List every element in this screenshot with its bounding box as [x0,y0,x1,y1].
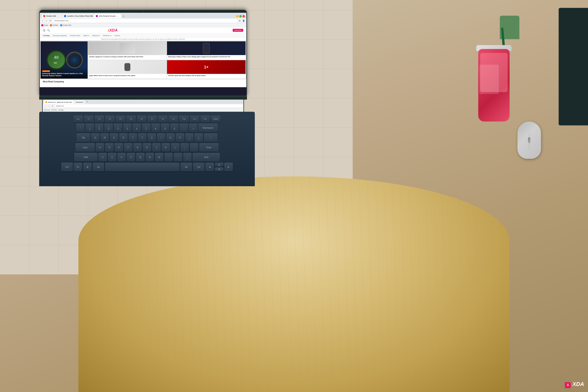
key-f[interactable]: F [124,143,132,152]
key-j[interactable]: J [152,143,161,152]
key-equals[interactable]: += [189,124,198,132]
profile-button[interactable]: 👤 [242,19,245,22]
key-f5[interactable]: F5 [126,116,136,122]
bookmark-best-buy[interactable]: Best Buy [51,109,57,110]
address-bar[interactable]: xda-developers.com [53,19,237,22]
key-y[interactable]: Y [138,133,146,142]
key-arrow-right[interactable]: ► [224,163,233,171]
key-7[interactable]: &7 [142,124,150,132]
key-tab[interactable]: Tab [76,133,90,142]
key-esc[interactable]: Esc [73,116,83,122]
key-arrow-up[interactable]: ▲ [215,163,224,166]
trending-android[interactable]: Android 14 [92,35,100,36]
key-f7[interactable]: F7 [148,116,157,122]
key-tilde[interactable]: ~` [76,124,85,132]
key-d[interactable]: D [114,143,123,152]
key-f2[interactable]: F2 [94,116,104,122]
key-f12[interactable]: F12 [200,116,210,122]
trending-oneplus-open[interactable]: OnePlus Open [70,35,80,36]
new-tab-button[interactable]: + [122,14,126,18]
key-9[interactable]: (9 [161,124,169,132]
key-x[interactable]: X [108,153,116,162]
key-n[interactable]: N [146,153,154,162]
key-f3[interactable]: F3 [105,116,115,122]
article-samsung-flip[interactable]: Samsung's Galaxy Z Flip 5 cover display … [167,41,246,60]
trending-galaxy-watch[interactable]: Watch 6 [83,35,89,36]
key-shift-left[interactable]: Shift [74,153,98,162]
key-0[interactable]: )0 [170,124,179,132]
tab-lunapic[interactable]: LunaPic | Free Online Photo Edit... × [62,14,94,18]
amazon-reload-btn[interactable]: ↻ [51,104,54,108]
key-g[interactable]: G [133,143,142,152]
key-z[interactable]: Z [98,153,107,162]
key-b[interactable]: B [136,153,145,162]
key-w[interactable]: W [100,133,109,142]
key-ctrl-right[interactable]: Ctrl [193,163,204,171]
tab-close-xda[interactable]: × [117,15,119,17]
extensions-button[interactable]: ⊞ [238,19,241,22]
key-arrow-down[interactable]: ▼ [215,168,224,171]
article-galaxy-watch[interactable]: 4000 ⊙ HANDS ON [40,41,88,78]
key-i[interactable]: I [157,133,166,142]
key-s[interactable]: S [105,143,114,152]
key-bracket-left[interactable]: {[ [185,133,194,142]
bookmark-samsung[interactable]: Samsung [44,109,50,110]
key-e[interactable]: E [110,133,118,142]
amazon-tab-active[interactable]: Amazon.com - galaxy tab s9 ultra cases [44,100,74,104]
trending-windows[interactable]: Windows 11 [103,35,112,36]
window-minimize[interactable] [236,15,238,18]
key-backspace[interactable]: Backspace [198,124,218,132]
key-delete[interactable]: Delete [211,116,221,122]
amazon-new-tab-button[interactable]: + [85,100,90,104]
key-2[interactable]: @2 [95,124,104,132]
key-semicolon[interactable]: :; [180,143,189,152]
key-win[interactable]: ⊞ [83,163,92,171]
key-f4[interactable]: F4 [116,116,126,122]
key-f11[interactable]: F11 [190,116,200,122]
key-q[interactable]: Q [91,133,100,142]
key-t[interactable]: T [128,133,137,142]
key-6[interactable]: ^6 [132,124,141,132]
key-comma[interactable]: <, [164,153,173,162]
bookmark-emails-cms[interactable]: Emails CMS [60,24,71,26]
back-button[interactable]: ‹ [41,19,44,22]
window-close[interactable] [242,15,245,18]
trending-forums[interactable]: Forums [115,35,120,36]
amazon-tab-2[interactable]: Accessories [74,100,85,104]
key-a[interactable]: A [96,143,104,152]
key-c[interactable]: C [117,153,126,162]
key-ctrl-left[interactable]: Ctrl [61,163,73,171]
bookmark-airtable[interactable]: AirTable [50,24,58,26]
key-v[interactable]: V [126,153,135,162]
key-h[interactable]: H [143,143,151,152]
key-bracket-right[interactable]: }] [194,133,203,142]
key-f9[interactable]: F9 [168,116,178,122]
key-r[interactable]: R [119,133,128,142]
key-u[interactable]: U [148,133,156,142]
key-quote[interactable]: "' [190,143,198,152]
key-slash[interactable]: ?/ [183,153,192,162]
key-arrow-left[interactable]: ◄ [206,163,214,171]
key-backslash[interactable]: |\ [204,133,218,142]
newsletter-button[interactable]: Newsletter [233,29,243,32]
key-3[interactable]: #3 [104,124,113,132]
key-caps[interactable]: Caps [75,143,95,152]
key-minus[interactable]: _- [180,124,188,132]
article-oneplus[interactable]: 1+ OnePlus Open has been delayed, but fo… [167,60,246,78]
trending-samsung-unpacked[interactable]: Samsung Unpacked [53,35,67,36]
key-o[interactable]: O [166,133,175,142]
amazon-forward-btn[interactable]: › [48,104,50,108]
key-4[interactable]: $4 [114,124,122,132]
tab-emails-cms[interactable]: Emails CMS × [41,14,62,18]
key-f6[interactable]: F6 [137,116,146,122]
key-fn[interactable]: Fn [74,163,82,171]
key-f1[interactable]: F1 [84,116,94,122]
key-l[interactable]: L [171,143,180,152]
search-icon[interactable]: 🔍 [47,29,50,32]
article-apple-watch[interactable]: Apple Watch Series 9 may revive a long-d… [88,60,166,78]
key-f8[interactable]: F8 [158,116,168,122]
key-m[interactable]: M [155,153,164,162]
bookmark-gmail[interactable]: Gmail [41,24,48,26]
forward-button[interactable]: › [45,19,48,22]
amazon-back-btn[interactable]: ‹ [44,104,47,108]
